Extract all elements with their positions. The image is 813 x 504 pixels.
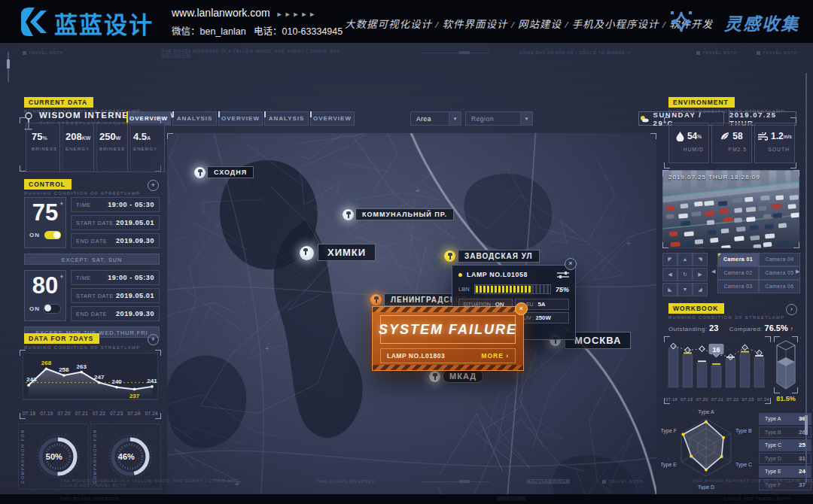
brand-services: 大数据可视化设计 / 软件界面设计 / 网站建设 / 手机及小程序设计 / 软件… [345,16,713,31]
camera-buttons: Camera 01 Camera 02 Camera 03 Camera 04 … [717,253,799,292]
tab-analysis-2[interactable]: ANALYSIS [264,111,309,126]
map-pin-mkad[interactable] [429,371,440,382]
dpad-up-button[interactable]: ▲ [678,253,693,266]
expand-week-chart-button[interactable]: + [148,334,159,345]
legend-type-c[interactable]: Type C25 [759,439,811,451]
gauge-percent: 81.5% [774,395,798,402]
slider-settings-icon[interactable] [557,271,569,278]
week-chart-x-axis: 07.1807.1907.2007.2107.2207.2307.2407.24 [23,411,158,416]
toggle-on[interactable] [44,231,61,239]
camera-05-button[interactable]: Camera 05 [759,266,800,280]
dpad-down-left-button[interactable]: ◣ [662,283,678,296]
tab-overview-3[interactable]: OVERVIEW [310,111,355,126]
system-failure-alert: SYSTEM FAILURE LAMP NO.L01803 MORE › × [372,306,524,371]
current-data-title: CURRENT DATA [24,97,93,108]
end-date-row: END DATE2019.09.30 [71,306,160,321]
svg-text:16: 16 [712,346,720,354]
right-scroll-handle[interactable] [805,415,808,435]
lbn-progress-bar [474,284,551,294]
map-pin-khimki[interactable] [300,246,314,260]
legend-type-b[interactable]: Type B28 [759,427,811,439]
time-row: TIME19:00 - 05:30 [71,270,160,285]
week-line-chart: 243268258263247240237241 [23,353,158,405]
add-control-button[interactable]: + [148,180,159,191]
lanlan-logo-icon [20,6,51,38]
map-label[interactable]: ЗАВОДСКАЯ УЛ [458,250,540,263]
wind-icon [757,132,768,141]
left-scroll-handle[interactable] [7,59,10,68]
outstanding-stat: Outstanding: 23 [668,323,718,332]
deco-text: TRAVEL BOTH [23,50,63,55]
dpad-down-button[interactable]: ▼ [678,283,693,296]
brand-website[interactable]: www.lanlanwork.com►►►►► [172,7,317,19]
bulb-icon: ⚹ [60,273,63,279]
camera-06-button[interactable]: Camera 06 [759,280,800,293]
popup-close-icon[interactable]: × [565,258,577,270]
svg-text:263: 263 [77,363,87,370]
camera-03-button[interactable]: Camera 03 [717,280,759,293]
brand-contact: 微信：ben_lanlan 电话：010-63334945 [172,23,343,38]
legend-type-a[interactable]: Type A36 [759,413,811,425]
map-pin-zavodskaya[interactable] [444,250,455,262]
svg-text:Type F: Type F [661,428,677,434]
current-data-panel: 75% BRINESS 208KW ENERGY 250W BRINESS 4.… [20,117,161,172]
map-pin-skhodnya[interactable] [194,167,206,178]
toggle-off[interactable] [43,304,61,314]
map-pin-kommunalny[interactable] [343,209,354,220]
alert-close-icon[interactable]: × [515,302,528,315]
camera-01-button[interactable]: Camera 01 [717,253,759,266]
status-dot [458,273,462,277]
bulb-icon: ⚹ [60,200,63,206]
city-map[interactable]: + + + + СХОДНЯ КОММУНАЛЬНЫЙ ПР. ХИМКИ ЗА… [167,133,656,504]
region-select[interactable]: Region ▾ [465,111,533,126]
map-label[interactable]: СХОДНЯ [207,166,254,178]
deco-text: STREET LIGHT [527,479,570,484]
camera-view[interactable]: 2019.07.25 THUR 18:26:09 [662,170,799,248]
brightness-level-box-80: ⚹ 80 ON [24,270,66,321]
map-label[interactable]: ХИМКИ [318,244,376,261]
tab-analysis-1[interactable]: ANALYSIS [172,111,217,126]
svg-text:240: 240 [111,378,122,385]
camera-04-button[interactable]: Camera 04 [759,253,800,266]
map-pin-leningradskoe[interactable] [370,294,382,305]
legend-type-d[interactable]: Type D31 [759,453,811,465]
area-select[interactable]: Area ▾ [410,111,461,126]
dpad-up-right-button[interactable]: ◥ [693,253,708,266]
tab-overview-2[interactable]: OVERVIEW [218,111,263,126]
leaf-icon [720,132,729,141]
map-label[interactable]: МКАД [443,369,483,383]
deco-text: TWO ROADS DIVERGED [316,479,376,484]
more-button[interactable]: MORE › [481,352,509,360]
deco-slider[interactable] [422,479,489,484]
start-date-row: START DATE2019.05.01 [71,288,160,303]
droplet-icon [676,132,684,141]
dpad-right-button[interactable]: ▶ [693,268,708,281]
lbn-label: LBN [458,286,470,293]
week-chart-title: DATA FOR 7DAYS [24,333,99,344]
camera-next-arrow[interactable]: ▶ [796,269,799,275]
control-subtitle: RUNNING CONDITION OF STREETLAMP [24,191,141,196]
camera-02-button[interactable]: Camera 02 [717,266,759,280]
current-data-subtitle: RUNNING CONDITION OF STREETLAMP [24,109,141,114]
workbook-more-button[interactable]: › [786,304,797,315]
environment-subtitle: RUNNING CONDITION OF STREETLAMP [668,109,785,114]
map-label[interactable]: КОММУНАЛЬНЫЙ ПР. [355,208,454,220]
deco-slider[interactable] [422,50,489,55]
svg-text:237: 237 [129,393,140,399]
dpad-down-right-button[interactable]: ◢ [693,283,708,296]
sun-cloud-icon [639,114,650,123]
svg-text:247: 247 [94,374,105,381]
footer-band: TWO ROADS DIVERGED LIGHTED COULD NOT TRA… [0,494,813,504]
stat-energy-kw: 208KW ENERGY [59,123,97,172]
workbook-gauge-panel [774,336,798,393]
dpad-left-button[interactable]: ◀ [662,268,678,281]
control-title: CONTROL [24,179,72,190]
camera-timestamp: 2019.07.25 THUR 18:26:09 [668,174,760,181]
deco-text: THE ROADS DIVERGED IN A YELLOW WOOD, AND… [60,478,238,487]
dpad-up-left-button[interactable]: ◤ [662,253,678,266]
workbook-title: WORKBOOK [668,303,724,314]
legend-type-e[interactable]: Type E24 [759,466,811,478]
camera-prev-arrow[interactable]: ◀ [711,269,715,275]
dpad-refresh-button[interactable]: ↻ [678,268,693,281]
deco-text: AND HAVING PERHAPS THE BETTER CLAIM, BEC… [693,478,813,487]
